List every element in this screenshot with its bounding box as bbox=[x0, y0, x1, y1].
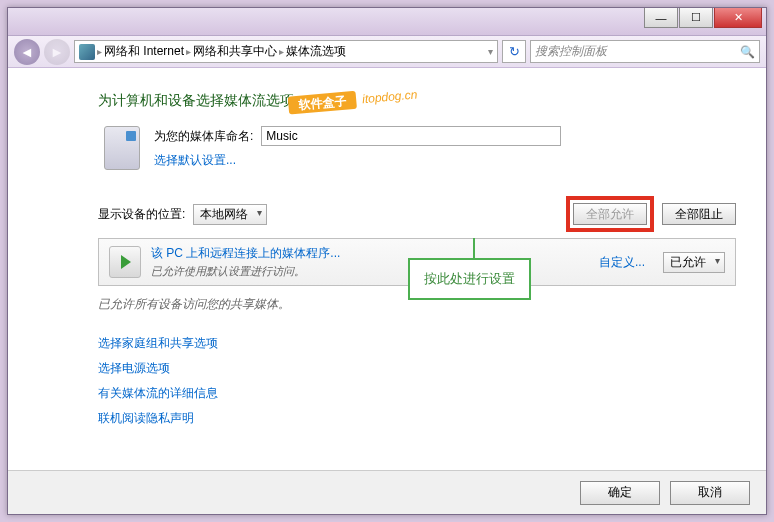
chevron-right-icon: ▸ bbox=[186, 46, 191, 57]
ok-button[interactable]: 确定 bbox=[580, 481, 660, 505]
library-section: 为您的媒体库命名: 选择默认设置... bbox=[104, 126, 736, 170]
close-button[interactable]: ✕ bbox=[714, 8, 762, 28]
search-input[interactable]: 搜索控制面板 🔍 bbox=[530, 40, 760, 63]
cancel-button[interactable]: 取消 bbox=[670, 481, 750, 505]
library-name-input[interactable] bbox=[261, 126, 561, 146]
location-dropdown[interactable]: 本地网络 bbox=[193, 204, 267, 225]
device-location-label: 显示设备的位置: bbox=[98, 206, 185, 223]
search-icon: 🔍 bbox=[740, 45, 755, 59]
media-details-link[interactable]: 有关媒体流的详细信息 bbox=[98, 385, 736, 402]
block-all-button[interactable]: 全部阻止 bbox=[662, 203, 736, 225]
callout-connector bbox=[473, 238, 475, 258]
power-options-link[interactable]: 选择电源选项 bbox=[98, 360, 736, 377]
choose-defaults-link[interactable]: 选择默认设置... bbox=[154, 152, 561, 169]
minimize-button[interactable]: — bbox=[644, 8, 678, 28]
chevron-right-icon: ▸ bbox=[97, 46, 102, 57]
control-panel-window: — ☐ ✕ ◄ ► ▸ 网络和 Internet ▸ 网络和共享中心 ▸ 媒体流… bbox=[7, 7, 767, 515]
permission-dropdown[interactable]: 已允许 bbox=[663, 252, 725, 273]
homegroup-link[interactable]: 选择家庭组和共享选项 bbox=[98, 335, 736, 352]
nav-forward-button: ► bbox=[44, 39, 70, 65]
library-icon bbox=[104, 126, 140, 170]
device-location-row: 显示设备的位置: 本地网络 全部允许 全部阻止 bbox=[98, 196, 736, 232]
library-name-label: 为您的媒体库命名: bbox=[154, 128, 253, 145]
refresh-button[interactable]: ↻ bbox=[502, 40, 526, 63]
breadcrumb-item[interactable]: 网络和 Internet bbox=[104, 43, 184, 60]
related-links: 选择家庭组和共享选项 选择电源选项 有关媒体流的详细信息 联机阅读隐私声明 bbox=[98, 335, 736, 427]
breadcrumb-item[interactable]: 媒体流选项 bbox=[286, 43, 346, 60]
allow-all-button[interactable]: 全部允许 bbox=[573, 203, 647, 225]
address-bar: ◄ ► ▸ 网络和 Internet ▸ 网络和共享中心 ▸ 媒体流选项 ▾ ↻… bbox=[8, 36, 766, 68]
highlight-box: 全部允许 bbox=[566, 196, 654, 232]
chevron-down-icon[interactable]: ▾ bbox=[488, 46, 493, 57]
maximize-button[interactable]: ☐ bbox=[679, 8, 713, 28]
annotation-callout: 按此处进行设置 bbox=[408, 258, 531, 300]
customize-link[interactable]: 自定义... bbox=[599, 254, 645, 271]
control-panel-icon bbox=[79, 44, 95, 60]
title-bar: — ☐ ✕ bbox=[8, 8, 766, 36]
nav-back-button[interactable]: ◄ bbox=[14, 39, 40, 65]
media-program-icon bbox=[109, 246, 141, 278]
privacy-link[interactable]: 联机阅读隐私声明 bbox=[98, 410, 736, 427]
chevron-right-icon: ▸ bbox=[279, 46, 284, 57]
content-area: 为计算机和设备选择媒体流选项 为您的媒体库命名: 选择默认设置... 显示设备的… bbox=[8, 68, 766, 470]
dialog-footer: 确定 取消 bbox=[8, 470, 766, 514]
page-title: 为计算机和设备选择媒体流选项 bbox=[98, 92, 736, 110]
search-placeholder: 搜索控制面板 bbox=[535, 43, 607, 60]
breadcrumb-item[interactable]: 网络和共享中心 bbox=[193, 43, 277, 60]
breadcrumb[interactable]: ▸ 网络和 Internet ▸ 网络和共享中心 ▸ 媒体流选项 ▾ bbox=[74, 40, 498, 63]
